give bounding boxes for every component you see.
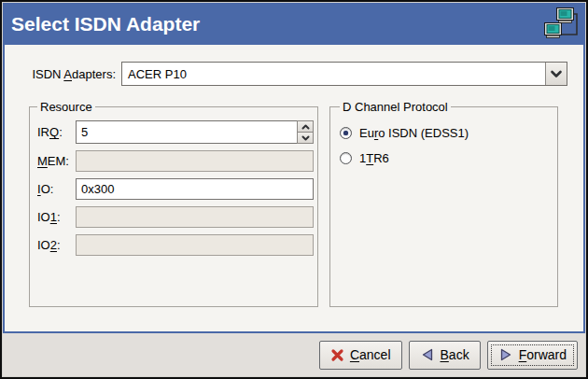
radio-button-icon <box>340 152 352 164</box>
left-arrow-icon <box>420 347 435 362</box>
io2-label: IO2: <box>37 238 76 252</box>
isdn-adapters-combobox[interactable]: ACER P10 <box>121 62 567 86</box>
dialog-button-bar: Cancel Back Forward <box>3 333 585 376</box>
io2-input <box>76 234 314 256</box>
radio-button-icon <box>340 127 352 139</box>
radio-1tr6-label: 1TR6 <box>359 151 389 165</box>
select-isdn-adapter-dialog: Select ISDN Adapter ISDN Adapters: ACER … <box>0 0 588 379</box>
irq-spin-down-button[interactable] <box>297 133 314 144</box>
network-computers-icon <box>542 7 580 42</box>
chevron-down-icon <box>301 135 310 141</box>
isdn-adapters-label: ISDN Adapters: <box>29 67 116 81</box>
radio-euro-isdn[interactable]: Euro ISDN (EDSS1) <box>340 126 553 140</box>
io-input[interactable] <box>76 178 314 200</box>
io2-row: IO2: <box>37 234 314 256</box>
chevron-up-icon <box>301 124 310 130</box>
forward-button[interactable]: Forward <box>487 341 578 370</box>
cancel-button[interactable]: Cancel <box>319 341 402 370</box>
mem-row: MEM: <box>37 150 314 172</box>
dialog-content: ISDN Adapters: ACER P10 Resource IRQ: <box>3 45 585 333</box>
resource-group: Resource IRQ: <box>29 100 318 307</box>
io-label: IO: <box>37 182 76 196</box>
dialog-header: Select ISDN Adapter <box>3 3 585 45</box>
irq-row: IRQ: <box>37 120 314 144</box>
radio-1tr6[interactable]: 1TR6 <box>340 151 553 165</box>
irq-spin-buttons <box>297 120 314 144</box>
mem-input <box>76 150 314 172</box>
groups-row: Resource IRQ: <box>5 100 583 307</box>
red-x-icon <box>330 348 344 362</box>
cancel-button-label: Cancel <box>350 347 391 362</box>
irq-input[interactable] <box>76 120 297 144</box>
mem-label: MEM: <box>37 154 76 168</box>
resource-group-title: Resource <box>37 100 95 114</box>
forward-button-label: Forward <box>519 347 567 362</box>
io1-label: IO1: <box>37 210 76 224</box>
page-title: Select ISDN Adapter <box>11 13 200 35</box>
adapter-row: ISDN Adapters: ACER P10 <box>5 62 583 86</box>
combobox-dropdown-button[interactable] <box>545 63 567 85</box>
radio-euro-isdn-label: Euro ISDN (EDSS1) <box>359 126 469 140</box>
io1-row: IO1: <box>37 206 314 228</box>
back-button[interactable]: Back <box>409 341 481 370</box>
isdn-adapters-combobox-value: ACER P10 <box>122 63 545 85</box>
d-channel-protocol-title: D Channel Protocol <box>340 100 451 114</box>
irq-spinbutton <box>76 120 314 144</box>
irq-label: IRQ: <box>37 125 76 139</box>
right-arrow-icon <box>498 347 513 362</box>
io1-input <box>76 206 314 228</box>
d-channel-protocol-group: D Channel Protocol Euro ISDN (EDSS1) 1TR… <box>329 100 558 307</box>
irq-spin-up-button[interactable] <box>297 120 314 133</box>
back-button-label: Back <box>441 347 469 362</box>
io-row: IO: <box>37 178 314 200</box>
chevron-down-icon <box>550 70 563 78</box>
